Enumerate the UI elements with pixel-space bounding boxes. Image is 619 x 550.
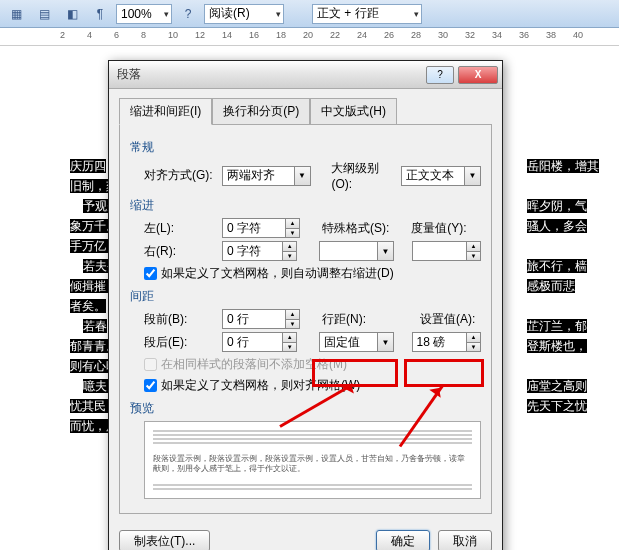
tab-asian-typography[interactable]: 中文版式(H) bbox=[310, 98, 397, 125]
cancel-button[interactable]: 取消 bbox=[438, 530, 492, 550]
after-spin[interactable]: 0 行▲▼ bbox=[222, 332, 297, 352]
special-combo[interactable]: ▼ bbox=[319, 241, 394, 261]
indent-right-label: 右(R): bbox=[144, 243, 216, 260]
app-toolbar: ▦ ▤ ◧ ¶ 100% ? 阅读(R) 正文 + 行距 bbox=[0, 0, 619, 28]
alignment-combo[interactable]: 两端对齐▼ bbox=[222, 166, 311, 186]
style-select[interactable]: 正文 + 行距 bbox=[312, 4, 422, 24]
tab-line-page-breaks[interactable]: 换行和分页(P) bbox=[212, 98, 310, 125]
reading-select[interactable]: 阅读(R) bbox=[204, 4, 284, 24]
zoom-select[interactable]: 100% bbox=[116, 4, 172, 24]
tool-icon[interactable]: ◧ bbox=[60, 3, 84, 25]
tabstops-button[interactable]: 制表位(T)... bbox=[119, 530, 210, 550]
close-button[interactable]: X bbox=[458, 66, 498, 84]
outline-label: 大纲级别(O): bbox=[331, 160, 395, 191]
indent-left-spin[interactable]: 0 字符▲▼ bbox=[222, 218, 300, 238]
dialog-tabs: 缩进和间距(I) 换行和分页(P) 中文版式(H) bbox=[109, 89, 502, 124]
indent-right-spin[interactable]: 0 字符▲▼ bbox=[222, 241, 297, 261]
help-icon[interactable]: ? bbox=[176, 3, 200, 25]
linespacing-label: 行距(N): bbox=[322, 311, 386, 328]
section-general: 常规 bbox=[130, 139, 481, 156]
auto-adjust-checkbox[interactable]: 如果定义了文档网格，则自动调整右缩进(D) bbox=[144, 265, 481, 282]
metric-label: 度量值(Y): bbox=[411, 220, 469, 237]
tool-icon[interactable]: ▤ bbox=[32, 3, 56, 25]
tool-icon[interactable]: ▦ bbox=[4, 3, 28, 25]
ok-button[interactable]: 确定 bbox=[376, 530, 430, 550]
indent-left-label: 左(L): bbox=[144, 220, 216, 237]
dialog-buttons: 制表位(T)... 确定 取消 bbox=[109, 524, 502, 550]
tool-icon[interactable]: ¶ bbox=[88, 3, 112, 25]
horizontal-ruler: 246810121416182022242628303234363840 bbox=[0, 28, 619, 46]
help-button[interactable]: ? bbox=[426, 66, 454, 84]
preview-box: 段落设置示例，段落设置示例，段落设置示例，设置人员，甘苦自知，乃舍备劳顿，读章献… bbox=[144, 421, 481, 499]
metric-spin[interactable]: ▲▼ bbox=[412, 241, 481, 261]
setat-label: 设置值(A): bbox=[420, 311, 478, 328]
after-label: 段后(E): bbox=[144, 334, 216, 351]
section-spacing: 间距 bbox=[130, 288, 481, 305]
dialog-titlebar: 段落 ? X bbox=[109, 61, 502, 89]
linespacing-combo[interactable]: 固定值▼ bbox=[319, 332, 394, 352]
paragraph-dialog: 段落 ? X 缩进和间距(I) 换行和分页(P) 中文版式(H) 常规 对齐方式… bbox=[108, 60, 503, 550]
setat-spin[interactable]: 18 磅▲▼ bbox=[412, 332, 481, 352]
before-spin[interactable]: 0 行▲▼ bbox=[222, 309, 300, 329]
outline-combo[interactable]: 正文文本▼ bbox=[401, 166, 481, 186]
section-indent: 缩进 bbox=[130, 197, 481, 214]
special-label: 特殊格式(S): bbox=[322, 220, 389, 237]
tab-indent-spacing[interactable]: 缩进和间距(I) bbox=[119, 98, 212, 125]
alignment-label: 对齐方式(G): bbox=[144, 167, 216, 184]
dialog-panel: 常规 对齐方式(G): 两端对齐▼ 大纲级别(O): 正文文本▼ 缩进 左(L)… bbox=[119, 124, 492, 514]
before-label: 段前(B): bbox=[144, 311, 216, 328]
dialog-title: 段落 bbox=[117, 66, 422, 83]
